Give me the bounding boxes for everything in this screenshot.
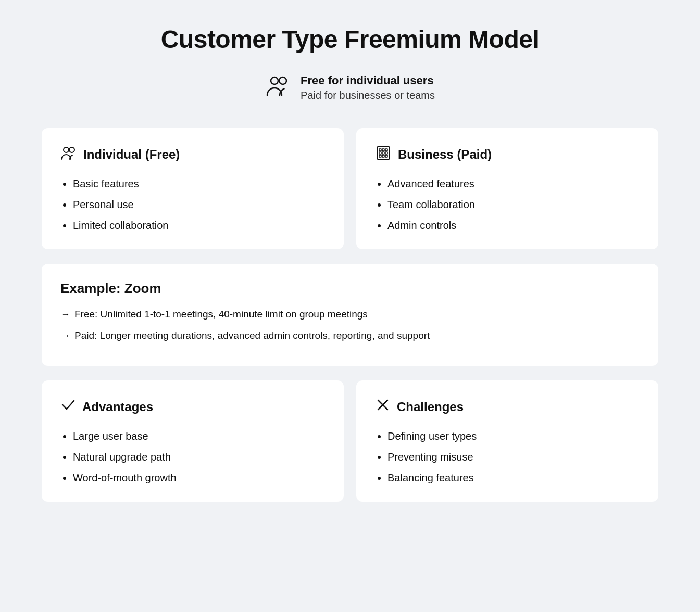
svg-rect-5	[379, 149, 381, 151]
business-card: Business (Paid) Advanced features Team c…	[356, 128, 658, 249]
arrow-icon: →	[60, 328, 70, 343]
svg-rect-11	[379, 155, 381, 157]
list-item: Admin controls	[388, 218, 640, 233]
list-item: Advanced features	[388, 176, 640, 191]
example-text-1: Free: Unlimited 1-to-1 meetings, 40-minu…	[74, 307, 368, 322]
example-text-2: Paid: Longer meeting durations, advanced…	[74, 328, 430, 343]
list-item: Large user base	[73, 429, 325, 443]
advantages-card-title: Advantages	[82, 400, 153, 414]
challenges-card-title: Challenges	[397, 400, 464, 414]
challenges-list: Defining user types Preventing misuse Ba…	[375, 429, 640, 485]
svg-rect-13	[385, 155, 388, 157]
challenges-card-header: Challenges	[375, 397, 640, 416]
example-line-2: → Paid: Longer meeting durations, advanc…	[60, 328, 640, 343]
list-item: Natural upgrade path	[73, 450, 325, 464]
example-card-title: Example: Zoom	[60, 280, 640, 297]
individual-card: Individual (Free) Basic features Persona…	[42, 128, 344, 249]
list-item: Limited collaboration	[73, 218, 325, 233]
challenges-card: Challenges Defining user types Preventin…	[356, 380, 658, 502]
svg-rect-9	[382, 152, 384, 154]
svg-point-3	[69, 147, 74, 152]
svg-rect-8	[379, 152, 381, 154]
header-text: Free for individual users Paid for busin…	[301, 74, 435, 101]
individual-card-header: Individual (Free)	[60, 145, 325, 164]
users-icon	[265, 72, 292, 103]
svg-rect-7	[385, 149, 388, 151]
bottom-cards-row: Advantages Large user base Natural upgra…	[42, 380, 658, 502]
svg-rect-12	[382, 155, 384, 157]
svg-rect-10	[385, 152, 388, 154]
header-subtitle: Free for individual users Paid for busin…	[42, 72, 658, 103]
x-icon	[375, 397, 391, 416]
business-card-header: Business (Paid)	[375, 145, 640, 164]
check-icon	[60, 397, 76, 416]
list-item: Preventing misuse	[388, 450, 640, 464]
advantages-list: Large user base Natural upgrade path Wor…	[60, 429, 325, 485]
list-item: Team collaboration	[388, 197, 640, 212]
advantages-card: Advantages Large user base Natural upgra…	[42, 380, 344, 502]
business-features-list: Advanced features Team collaboration Adm…	[375, 176, 640, 233]
list-item: Balancing features	[388, 470, 640, 485]
svg-rect-6	[382, 149, 384, 151]
free-label: Free for individual users	[301, 74, 435, 87]
individual-features-list: Basic features Personal use Limited coll…	[60, 176, 325, 233]
building-icon	[375, 145, 392, 164]
list-item: Basic features	[73, 176, 325, 191]
example-card: Example: Zoom → Free: Unlimited 1-to-1 m…	[42, 264, 658, 366]
svg-point-1	[279, 77, 286, 84]
individual-card-title: Individual (Free)	[83, 147, 180, 162]
paid-label: Paid for businesses or teams	[301, 90, 435, 101]
svg-point-0	[271, 77, 278, 84]
individual-icon	[60, 145, 77, 164]
list-item: Personal use	[73, 197, 325, 212]
arrow-icon: →	[60, 307, 70, 322]
svg-point-2	[64, 147, 69, 152]
example-line-1: → Free: Unlimited 1-to-1 meetings, 40-mi…	[60, 307, 640, 322]
list-item: Word-of-mouth growth	[73, 470, 325, 485]
business-card-title: Business (Paid)	[398, 147, 492, 162]
top-cards-row: Individual (Free) Basic features Persona…	[42, 128, 658, 249]
advantages-card-header: Advantages	[60, 397, 325, 416]
list-item: Defining user types	[388, 429, 640, 443]
page-title: Customer Type Freemium Model	[42, 25, 658, 54]
